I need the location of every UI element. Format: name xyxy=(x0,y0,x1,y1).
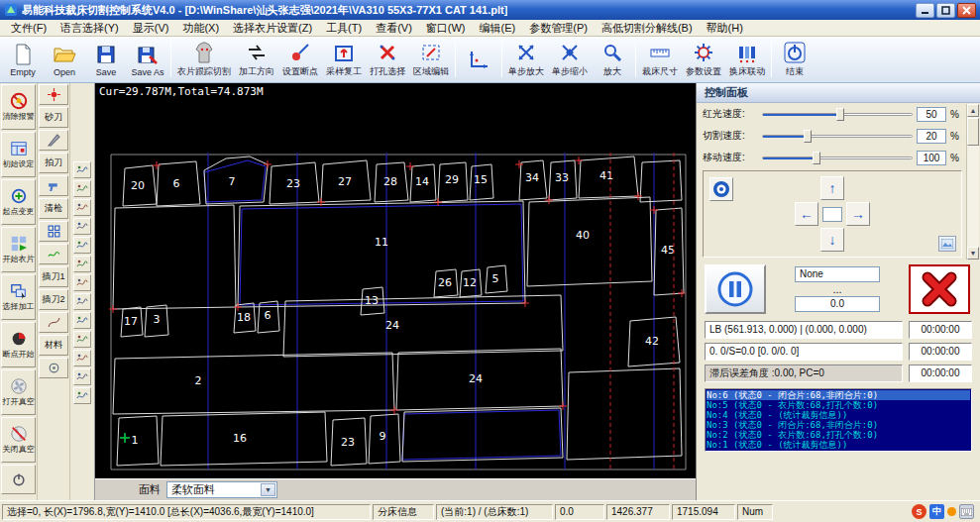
insert-knife-2-button[interactable]: 插刀2 xyxy=(39,289,68,310)
jog-up-button[interactable]: ↑ xyxy=(820,176,844,200)
slider-thumb[interactable] xyxy=(804,130,812,143)
air-gun-button[interactable] xyxy=(39,175,68,196)
link-icon[interactable] xyxy=(73,368,91,385)
toolbar-button-open[interactable]: Open xyxy=(44,38,85,81)
wave-icon[interactable] xyxy=(73,199,91,216)
pat-knife-button[interactable]: 拍刀 xyxy=(39,153,68,173)
cut-speed-slider[interactable] xyxy=(762,129,913,143)
slider-thumb[interactable] xyxy=(836,108,844,121)
toolbar-button-empty[interactable]: Empty xyxy=(2,38,44,81)
chevron-down-icon[interactable]: ▼ xyxy=(261,483,275,496)
layers-icon[interactable] xyxy=(73,293,91,310)
toolbar-button-punch-select[interactable]: 打孔选择 xyxy=(366,38,409,81)
log-line[interactable]: No:3 (状态0 - 闭合片:68,非闭合片:0) xyxy=(707,420,970,430)
brush-icon[interactable] xyxy=(73,350,91,366)
toolbar-button-parameter-settings[interactable]: 参数设置 xyxy=(682,38,725,81)
cutting-canvas[interactable]: Cur=29.787M,Total=74.873M 20672327281429… xyxy=(95,83,696,478)
toolbar-button-sample-rework[interactable]: 采样复工 xyxy=(322,38,366,81)
move-speed-slider[interactable] xyxy=(762,151,913,164)
vacuum-on-button[interactable]: 打开真空 xyxy=(1,369,36,415)
initial-setup-button[interactable]: 初始设定 xyxy=(1,132,36,177)
toolbar-button-process-direction[interactable]: 加工方向 xyxy=(235,38,278,81)
loop-icon[interactable] xyxy=(73,274,91,291)
nesting-svg[interactable]: 2067232728142915343341114045261251317318… xyxy=(95,83,696,478)
clear-alarm-button[interactable]: 清除报警 xyxy=(1,84,36,130)
move-speed-value[interactable]: 100 xyxy=(917,151,946,165)
menu-cut-decompose[interactable]: 高低切割分解线(B) xyxy=(595,20,700,37)
scroll-down-icon[interactable]: ▼ xyxy=(967,247,979,260)
scroll-up-icon[interactable]: ▲ xyxy=(967,104,979,117)
toolbar-button-end[interactable]: 结束 xyxy=(774,38,816,81)
stop-button[interactable] xyxy=(909,264,970,314)
menu-language[interactable]: 语言选择(Y) xyxy=(54,20,126,37)
log-line[interactable]: No:4 (状态0 - (统计裁剪信息)) xyxy=(707,410,970,420)
scissors-icon[interactable] xyxy=(73,237,91,254)
laser-speed-slider[interactable] xyxy=(762,107,913,121)
material-button[interactable]: 材料 xyxy=(39,335,68,356)
pin-icon[interactable] xyxy=(73,256,91,272)
toolbar-button-step-zoom-in[interactable]: 单步放大 xyxy=(504,38,548,81)
input-method-icon[interactable]: S xyxy=(912,504,926,519)
blade-button[interactable] xyxy=(39,130,68,151)
toolbar-button-axes[interactable] xyxy=(458,38,499,81)
status-log[interactable]: No:6 (状态0 - 闭合片:68,非闭合片:0) No:5 (状态0 - 衣… xyxy=(705,388,972,452)
cut-speed-value[interactable]: 20 xyxy=(917,129,946,144)
menu-tools[interactable]: 工具(T) xyxy=(319,20,369,37)
chinese-mode-icon[interactable]: 中 xyxy=(929,504,944,519)
grid-tool-button[interactable] xyxy=(39,221,68,242)
insert-knife-1-button[interactable]: 插刀1 xyxy=(39,266,68,287)
breakpoint-start-button[interactable]: 断点开始 xyxy=(1,322,36,367)
toolbar-button-step-zoom-out[interactable]: 单步缩小 xyxy=(548,38,592,81)
laser-pointer-button[interactable] xyxy=(39,84,68,105)
toolbar-button-bed-linkage[interactable]: 换床联动 xyxy=(725,38,769,81)
log-line[interactable]: No:1 (状态0 - (统计裁剪信息)) xyxy=(707,440,970,450)
preview-thumbnail-icon[interactable] xyxy=(938,236,956,252)
keyboard-icon[interactable] xyxy=(959,504,974,519)
toolbar-button-save[interactable]: Save xyxy=(85,38,127,81)
close-button[interactable] xyxy=(957,3,976,18)
more-options[interactable]: ... xyxy=(832,283,841,295)
laser-speed-value[interactable]: 50 xyxy=(917,107,946,122)
log-line[interactable]: No:2 (状态0 - 衣片数:68,打孔个数:0) xyxy=(707,430,970,440)
toolbar-button-save-as[interactable]: Save As xyxy=(127,38,168,81)
marquee-icon[interactable] xyxy=(73,180,91,197)
maximize-button[interactable] xyxy=(936,3,955,18)
slider-thumb[interactable] xyxy=(813,152,820,164)
menu-parameters[interactable]: 参数管理(P) xyxy=(522,20,595,37)
minimize-button[interactable] xyxy=(916,3,934,18)
clean-gun-button[interactable]: 清枪 xyxy=(39,198,68,219)
pointer-icon[interactable] xyxy=(73,161,91,178)
flag-icon[interactable] xyxy=(73,387,91,404)
jog-down-button[interactable]: ↓ xyxy=(820,228,844,252)
fabric-select[interactable]: 柔软面料 ▼ xyxy=(166,481,277,498)
tray-dot-icon[interactable] xyxy=(947,507,956,516)
misc-tool-button[interactable] xyxy=(39,358,68,378)
menu-file[interactable]: 文件(F) xyxy=(4,20,54,37)
toolbar-button-bed-size[interactable]: 裁床尺寸 xyxy=(638,38,682,81)
menu-piece-settings[interactable]: 选择衣片设置(Z) xyxy=(226,20,319,37)
jog-right-button[interactable]: → xyxy=(846,202,870,226)
toolbar-button-zoom[interactable]: 放大 xyxy=(592,38,633,81)
node-edit-icon[interactable] xyxy=(73,218,91,235)
grind-knife-button[interactable]: 砂刀 xyxy=(39,107,68,128)
panel-scrollbar[interactable]: ▲ ▼ xyxy=(966,104,979,260)
curve-tool-button[interactable] xyxy=(39,312,68,333)
log-line[interactable]: No:6 (状态0 - 闭合片:68,非闭合片:0) xyxy=(707,390,970,400)
menu-edit[interactable]: 编辑(E) xyxy=(473,20,523,37)
target-icon[interactable] xyxy=(73,331,91,348)
menu-help[interactable]: 帮助(H) xyxy=(700,20,750,37)
scroll-thumb[interactable] xyxy=(967,118,979,146)
pattern-tool-button[interactable] xyxy=(39,244,68,264)
sidebar-power-button[interactable] xyxy=(1,465,36,494)
menu-display[interactable]: 显示(V) xyxy=(126,20,176,37)
vacuum-off-button[interactable]: 关闭真空 xyxy=(1,417,36,463)
mode-box[interactable]: None xyxy=(795,266,880,282)
menu-window[interactable]: 窗口(W) xyxy=(419,20,473,37)
select-process-button[interactable]: 选择加工 xyxy=(1,274,36,320)
menu-view[interactable]: 查看(V) xyxy=(369,20,419,37)
pause-button[interactable] xyxy=(705,264,766,314)
toolbar-button-set-breakpoint[interactable]: 设置断点 xyxy=(278,38,322,81)
log-line[interactable]: No:5 (状态0 - 衣片数:68,打孔个数:0) xyxy=(707,400,970,410)
menu-function[interactable]: 功能(X) xyxy=(175,20,226,37)
toolbar-button-region-edit[interactable]: 区域编辑 xyxy=(409,38,453,81)
